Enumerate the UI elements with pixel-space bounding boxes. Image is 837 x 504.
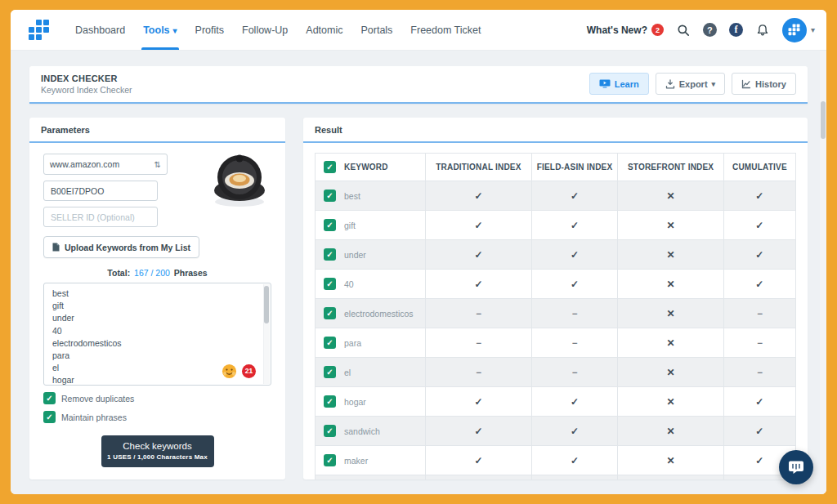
table-header-row: ✓ KEYWORD TRADITIONAL INDEX FIELD-ASIN I… — [316, 154, 796, 181]
check-icon: ✓ — [426, 446, 531, 475]
keyword-label: best — [344, 191, 360, 201]
file-icon — [52, 243, 60, 252]
learn-button[interactable]: Learn — [589, 73, 649, 95]
chat-launcher-button[interactable] — [779, 450, 813, 484]
dash-icon: − — [426, 328, 531, 358]
keyword-label: gift — [344, 221, 356, 230]
column-header: FIELD-ASIN INDEX — [531, 154, 618, 181]
keyword-cell: ✓hogar — [316, 387, 426, 417]
row-checkbox[interactable]: ✓ — [324, 454, 336, 466]
cross-icon: ✕ — [618, 358, 723, 387]
table-row: ✓sandwich✓✓✕✓ — [316, 417, 796, 446]
checkbox-checked-icon[interactable]: ✓ — [43, 411, 56, 423]
page-scrollbar-thumb[interactable] — [821, 101, 826, 139]
keyword-line: gift — [52, 300, 259, 312]
nav-label: Freedom Ticket — [410, 25, 481, 36]
top-navigation-bar: Dashboard Tools ▾ Profits Follow-Up Adto… — [11, 10, 826, 51]
nav-item-portals[interactable]: Portals — [351, 10, 401, 50]
history-button[interactable]: History — [732, 73, 796, 95]
table-row: ✓best✓✓✕✓ — [316, 181, 796, 211]
row-checkbox[interactable]: ✓ — [324, 395, 336, 408]
dash-icon: − — [723, 328, 795, 358]
table-row: ✓under✓✓✕✓ — [316, 240, 796, 270]
textarea-scrollbar[interactable] — [263, 284, 270, 384]
cross-icon: ✕ — [618, 211, 723, 240]
nav-item-follow-up[interactable]: Follow-Up — [233, 10, 297, 50]
seller-id-input[interactable] — [43, 207, 158, 227]
keyword-line: 40 — [52, 325, 259, 337]
keyword-label: sandwich — [344, 426, 380, 436]
check-icon: ✓ — [723, 387, 795, 417]
keyword-label: under — [344, 250, 366, 260]
bell-icon[interactable] — [755, 23, 770, 38]
row-checkbox[interactable]: ✓ — [324, 366, 336, 378]
keyword-line: best — [52, 288, 259, 300]
check-keywords-button[interactable]: Check keywords 1 USES / 1,000 Characters… — [101, 435, 214, 467]
row-checkbox[interactable]: ✓ — [324, 278, 336, 290]
row-checkbox[interactable]: ✓ — [324, 337, 336, 349]
keyword-cell: ✓gift — [316, 211, 426, 240]
check-icon: ✓ — [723, 240, 795, 270]
nav-item-tools[interactable]: Tools ▾ — [134, 10, 186, 50]
row-checkbox[interactable]: ✓ — [324, 307, 336, 319]
marketplace-select[interactable]: www.amazon.com ⇅ — [43, 154, 168, 175]
column-header: KEYWORD — [344, 163, 388, 172]
keyword-label: maker — [344, 456, 368, 466]
remove-duplicates-label: Remove duplicates — [61, 394, 134, 404]
facebook-icon[interactable]: f — [729, 23, 743, 37]
maintain-phrases-label: Maintain phrases — [61, 413, 127, 422]
total-label: Total: — [107, 268, 130, 278]
app-logo-icon[interactable] — [29, 20, 50, 41]
whats-new-link[interactable]: What's New? 2 — [587, 24, 664, 36]
nav-label: Profits — [195, 25, 224, 36]
page-subtitle: Keyword Index Checker — [41, 85, 132, 95]
table-row: ✓el−−✕− — [316, 358, 796, 387]
result-panel: Result ✓ KEYWORD — [303, 118, 808, 479]
row-checkbox[interactable]: ✓ — [324, 248, 336, 261]
main-nav: Dashboard Tools ▾ Profits Follow-Up Adto… — [66, 10, 490, 50]
keywords-textarea[interactable]: bestgiftunder40electrodomesticosparaelho… — [43, 283, 271, 386]
nav-item-freedom-ticket[interactable]: Freedom Ticket — [401, 10, 490, 50]
keyword-label: electrodomesticos — [344, 309, 414, 319]
result-panel-title: Result — [303, 118, 808, 143]
nav-item-profits[interactable]: Profits — [186, 10, 233, 50]
phrases-total: Total: 167 / 200 Phrases — [43, 268, 271, 278]
keyword-header-cell: ✓ KEYWORD — [316, 154, 426, 181]
check-icon: ✓ — [426, 181, 531, 211]
check-icon: ✓ — [426, 211, 531, 240]
cross-icon: ✕ — [618, 475, 723, 480]
checkbox-checked-icon[interactable]: ✓ — [43, 392, 56, 404]
cross-icon: ✕ — [618, 328, 723, 358]
account-menu[interactable]: ▾ — [782, 18, 815, 42]
topbar-actions: What's New? 2 ? f ▾ — [587, 18, 815, 42]
scrollbar-thumb[interactable] — [264, 286, 269, 323]
total-value: 167 / 200 — [132, 268, 172, 278]
table-row: ✓para−−✕− — [316, 328, 796, 358]
maintain-phrases-option[interactable]: ✓ Maintain phrases — [43, 411, 271, 423]
upload-keywords-button[interactable]: Upload Keywords from My List — [43, 236, 199, 258]
asin-input[interactable] — [43, 181, 158, 201]
keyword-count-badge[interactable]: 21 — [242, 364, 256, 378]
help-icon[interactable]: ? — [703, 23, 717, 37]
select-all-checkbox[interactable]: ✓ — [324, 161, 336, 173]
row-checkbox[interactable]: ✓ — [324, 190, 336, 202]
whats-new-label: What's New? — [587, 25, 647, 36]
page-scrollbar[interactable] — [820, 51, 826, 494]
history-chart-icon — [741, 79, 751, 89]
export-button[interactable]: Export ▾ — [656, 73, 725, 95]
select-arrows-icon: ⇅ — [154, 160, 161, 169]
nav-label: Tools — [143, 25, 169, 36]
dash-icon: − — [531, 299, 618, 328]
result-table-body: ✓best✓✓✕✓✓gift✓✓✕✓✓under✓✓✕✓✓40✓✓✕✓✓elec… — [316, 181, 796, 480]
nav-item-adtomic[interactable]: Adtomic — [297, 10, 351, 50]
remove-duplicates-option[interactable]: ✓ Remove duplicates — [43, 392, 271, 404]
check-icon: ✓ — [426, 270, 531, 299]
nav-item-dashboard[interactable]: Dashboard — [66, 10, 134, 50]
history-label: History — [755, 79, 786, 89]
upload-keywords-label: Upload Keywords from My List — [65, 243, 190, 252]
search-icon[interactable] — [676, 23, 691, 38]
row-checkbox[interactable]: ✓ — [324, 425, 336, 437]
row-checkbox[interactable]: ✓ — [324, 219, 336, 231]
emoji-icon[interactable] — [222, 364, 237, 379]
dash-icon: − — [531, 328, 618, 358]
